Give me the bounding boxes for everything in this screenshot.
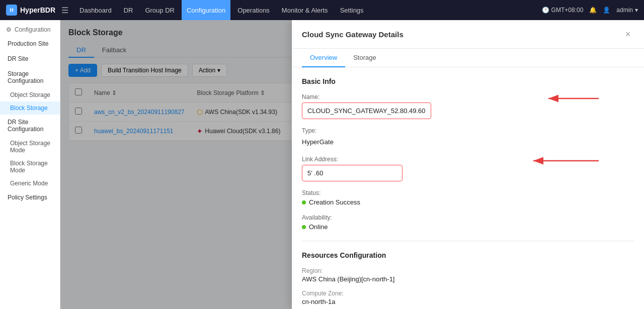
nav-configuration[interactable]: Configuration — [182, 0, 230, 20]
modal-header: Cloud Sync Gateway Details × — [292, 20, 644, 49]
basic-info-title: Basic Info — [302, 77, 634, 85]
sidebar-item-object-storage-mode[interactable]: Object Storage Mode — [0, 137, 60, 157]
top-nav: H HyperBDR ☰ Dashboard DR Group DR Confi… — [0, 0, 644, 20]
availability-value: Online — [309, 223, 328, 231]
compute-zone-field: Compute Zone: cn-north-1a — [302, 290, 634, 305]
modal-tabs: Overview Storage — [292, 49, 644, 67]
sidebar-item-storage-configuration[interactable]: Storage Configuration — [0, 66, 60, 88]
timezone-display: 🕐 GMT+08:00 — [542, 7, 584, 14]
nav-dashboard[interactable]: Dashboard — [74, 0, 117, 20]
sidebar-item-block-storage[interactable]: Block Storage — [0, 101, 60, 115]
app-logo: H HyperBDR — [6, 5, 55, 16]
main-layout: ⚙ Configuration Production Site DR Site … — [0, 20, 644, 309]
availability-row: Online — [302, 223, 634, 231]
modal-body: Basic Info Name: CLOUD_SYNC_GATEWAY_52.8… — [292, 67, 644, 309]
link-address-label: Link Address: — [302, 156, 634, 163]
sidebar-item-dr-site-config[interactable]: DR Site Configuration — [0, 115, 60, 137]
app-name: HyperBDR — [20, 6, 55, 14]
close-button[interactable]: × — [622, 28, 634, 40]
sidebar-section-title: ⚙ Configuration — [0, 20, 60, 36]
sidebar-item-generic-mode[interactable]: Generic Mode — [0, 177, 60, 190]
menu-icon[interactable]: ☰ — [61, 6, 68, 15]
link-address-value-box: 5' .60 — [302, 165, 403, 181]
type-field-group: Type: HyperGate — [302, 127, 634, 148]
cloud-sync-gateway-modal: Cloud Sync Gateway Details × Overview St… — [292, 20, 644, 309]
region-value: AWS China (Beijing)[cn-north-1] — [302, 275, 634, 283]
availability-dot — [302, 225, 306, 229]
region-label: Region: — [302, 267, 634, 274]
resources-title: Resources Configuration — [302, 251, 634, 259]
name-value-box: CLOUD_SYNC_GATEWAY_52.80.49.60 — [302, 102, 431, 119]
availability-label: Availability: — [302, 214, 634, 221]
nav-operations[interactable]: Operations — [232, 0, 275, 20]
nav-group-dr[interactable]: Group DR — [140, 0, 180, 20]
name-label: Name: — [302, 93, 634, 100]
modal-overlay: Cloud Sync Gateway Details × Overview St… — [60, 20, 644, 309]
sidebar-item-block-storage-mode[interactable]: Block Storage Mode — [0, 157, 60, 177]
availability-field-group: Availability: Online — [302, 214, 634, 231]
modal-tab-overview[interactable]: Overview — [302, 49, 345, 67]
compute-zone-value: cn-north-1a — [302, 298, 634, 305]
sidebar-item-object-storage[interactable]: Object Storage — [0, 88, 60, 101]
nav-dr[interactable]: DR — [119, 0, 138, 20]
status-value: Creation Success — [309, 198, 360, 206]
sidebar-item-policy-settings[interactable]: Policy Settings — [0, 190, 60, 205]
region-field: Region: AWS China (Beijing)[cn-north-1] — [302, 267, 634, 283]
modal-tab-storage[interactable]: Storage — [345, 49, 384, 67]
type-value: HyperGate — [302, 136, 634, 148]
nav-settings[interactable]: Settings — [335, 0, 369, 20]
sidebar: ⚙ Configuration Production Site DR Site … — [0, 20, 60, 309]
status-row: Creation Success — [302, 198, 634, 206]
notification-bell[interactable]: 🔔 — [589, 7, 597, 14]
nav-monitor-alerts[interactable]: Monitor & Alerts — [277, 0, 333, 20]
link-address-field-group: Link Address: 5' .60 — [302, 156, 634, 181]
admin-menu[interactable]: admin ▾ — [616, 7, 638, 14]
status-dot-green — [302, 200, 306, 204]
section-divider — [302, 241, 634, 241]
sidebar-item-production-site[interactable]: Production Site — [0, 36, 60, 51]
type-label: Type: — [302, 127, 634, 134]
nav-right: 🕐 GMT+08:00 🔔 👤 admin ▾ — [542, 7, 638, 14]
config-icon: ⚙ — [6, 26, 12, 33]
compute-zone-label: Compute Zone: — [302, 290, 634, 297]
modal-title: Cloud Sync Gateway Details — [302, 30, 404, 39]
sidebar-item-dr-site[interactable]: DR Site — [0, 51, 60, 66]
status-field-group: Status: Creation Success — [302, 189, 634, 206]
status-label: Status: — [302, 189, 634, 196]
user-icon[interactable]: 👤 — [603, 7, 610, 14]
resources-section: Resources Configuration Region: AWS Chin… — [302, 251, 634, 309]
content-area: Block Storage DR Failback + Add Build Tr… — [60, 20, 644, 309]
logo-icon: H — [6, 5, 17, 16]
name-field-group: Name: CLOUD_SYNC_GATEWAY_52.80.49.60 — [302, 93, 634, 119]
clock-icon: 🕐 — [542, 7, 549, 14]
